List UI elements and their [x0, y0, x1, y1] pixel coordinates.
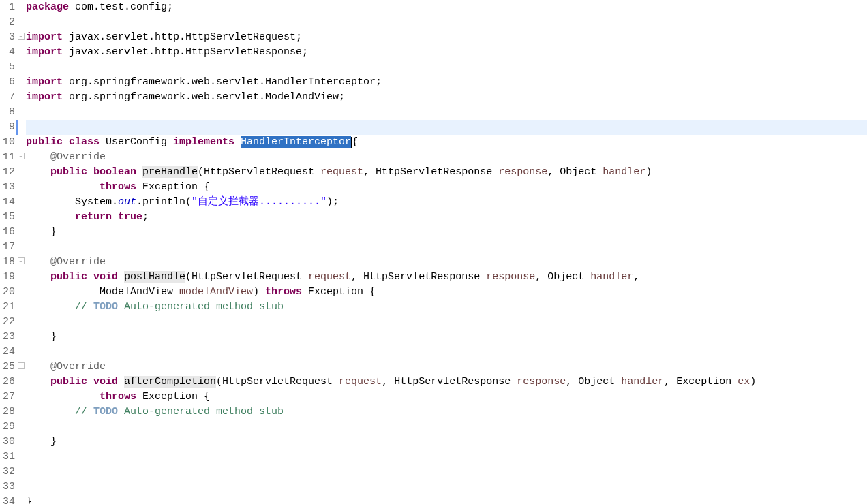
code-line[interactable]: @Override	[26, 255, 867, 270]
code-token: public boolean	[50, 166, 142, 178]
code-token: org.springframework.web.servlet.HandlerI…	[69, 76, 382, 88]
code-line[interactable]	[26, 479, 867, 494]
code-token: import	[26, 91, 69, 103]
line-number: 25−	[0, 360, 15, 375]
line-number: 21	[0, 300, 15, 315]
line-number: 5	[0, 60, 15, 75]
line-number: 28	[0, 405, 15, 420]
code-token	[26, 151, 50, 163]
code-token: postHandle	[124, 271, 185, 283]
line-number: 12	[0, 165, 15, 180]
code-line[interactable]: @Override	[26, 150, 867, 165]
code-token: , Object	[566, 376, 621, 388]
code-line[interactable]: @Override	[26, 360, 867, 375]
code-token: out	[118, 196, 136, 208]
code-token: , HttpServletResponse	[363, 166, 498, 178]
code-line[interactable]: import javax.servlet.http.HttpServletReq…	[26, 30, 867, 45]
code-token: , HttpServletResponse	[382, 376, 517, 388]
code-line[interactable]: throws Exception {	[26, 180, 867, 195]
code-line[interactable]: import javax.servlet.http.HttpServletRes…	[26, 45, 867, 60]
code-line[interactable]: }	[26, 330, 867, 345]
code-token: response	[498, 166, 547, 178]
line-number: 11−	[0, 150, 15, 165]
code-token	[26, 106, 32, 118]
code-token: , Object	[547, 166, 603, 178]
code-token: UserConfig	[106, 136, 173, 148]
code-token: response	[517, 376, 566, 388]
code-token: TODO	[93, 406, 118, 418]
code-line[interactable]: public class UserConfig implements Handl…	[26, 120, 867, 135]
code-token	[26, 391, 100, 403]
code-token: ModelAndView	[26, 286, 179, 298]
code-area[interactable]: package com.test.config; import javax.se…	[19, 0, 867, 504]
code-token	[26, 421, 32, 432]
line-number: 8	[0, 105, 15, 120]
code-line[interactable]	[26, 464, 867, 479]
line-number: 1	[0, 0, 15, 15]
code-token: , HttpServletResponse	[351, 271, 486, 283]
code-token: )	[750, 376, 756, 388]
code-token: response	[486, 271, 535, 283]
code-line[interactable]: }	[26, 435, 867, 450]
code-token	[26, 376, 50, 388]
code-token	[26, 316, 32, 328]
code-line[interactable]	[26, 240, 867, 255]
code-line[interactable]: import org.springframework.web.servlet.M…	[26, 90, 867, 105]
code-line[interactable]: public boolean preHandle(HttpServletRequ…	[26, 165, 867, 180]
line-number: 2	[0, 15, 15, 30]
code-line[interactable]: }	[26, 225, 867, 240]
code-token: javax.servlet.http.HttpServletRequest;	[69, 31, 302, 43]
line-number: 18−	[0, 255, 15, 270]
code-token: ,	[633, 271, 639, 283]
code-token: "自定义拦截器.........."	[192, 196, 326, 208]
line-number: 26	[0, 375, 15, 390]
code-line[interactable]: import org.springframework.web.servlet.H…	[26, 75, 867, 90]
code-token	[26, 346, 32, 358]
code-line[interactable]: // TODO Auto-generated method stub	[26, 300, 867, 315]
code-token: System.	[26, 196, 118, 208]
code-line[interactable]	[26, 420, 867, 435]
code-line[interactable]: public void postHandle(HttpServletReques…	[26, 270, 867, 285]
code-token: handler	[590, 271, 633, 283]
code-token: Auto-generated method stub	[118, 301, 284, 313]
code-token: preHandle	[142, 166, 198, 178]
line-number: 27	[0, 390, 15, 405]
code-token: HandlerInterceptor	[241, 136, 351, 148]
line-number: 29	[0, 420, 15, 435]
code-token	[26, 241, 32, 253]
code-token: {	[352, 136, 358, 148]
line-number: 19	[0, 270, 15, 285]
code-token: modelAndView	[179, 286, 253, 298]
code-token	[26, 451, 32, 462]
code-line[interactable]	[26, 345, 867, 360]
code-token: @Override	[50, 151, 106, 163]
code-line[interactable]: // TODO Auto-generated method stub	[26, 405, 867, 420]
code-editor[interactable]: 123−4567891011−12131415161718−1920212223…	[0, 0, 867, 504]
code-line[interactable]: ModelAndView modelAndView) throws Except…	[26, 285, 867, 300]
code-line[interactable]: }	[26, 494, 867, 504]
line-number: 16	[0, 225, 15, 240]
code-line[interactable]: return true;	[26, 210, 867, 225]
code-token: request	[320, 166, 363, 178]
code-token: }	[26, 496, 32, 504]
code-token: //	[75, 301, 93, 313]
line-number-gutter: 123−4567891011−12131415161718−1920212223…	[0, 0, 19, 504]
code-token: throws	[265, 286, 308, 298]
code-token	[26, 466, 32, 477]
code-token	[26, 406, 75, 418]
code-token: .println(	[136, 196, 192, 208]
code-token: )	[253, 286, 265, 298]
code-line[interactable]	[26, 450, 867, 464]
code-line[interactable]	[26, 105, 867, 120]
code-token: throws	[100, 391, 142, 403]
code-line[interactable]: public void afterCompletion(HttpServletR…	[26, 375, 867, 390]
code-line[interactable]: throws Exception {	[26, 390, 867, 405]
code-line[interactable]	[26, 315, 867, 330]
code-line[interactable]	[26, 60, 867, 75]
code-token: request	[308, 271, 351, 283]
code-line[interactable]: package com.test.config;	[26, 0, 867, 15]
code-line[interactable]	[26, 15, 867, 30]
line-number: 7	[0, 90, 15, 105]
code-line[interactable]: System.out.println("自定义拦截器..........");	[26, 195, 867, 210]
code-token: Exception {	[142, 181, 210, 193]
